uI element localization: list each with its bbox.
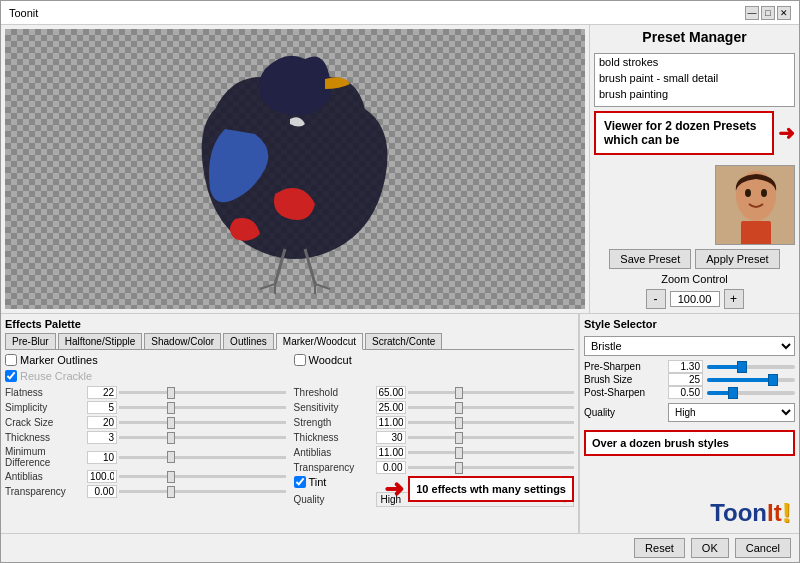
param-value-input[interactable]	[376, 401, 406, 414]
quality-select[interactable]: High Medium Low	[668, 403, 795, 422]
effects-tab-shadowcolor[interactable]: Shadow/Color	[144, 333, 221, 349]
preset-list-item[interactable]: chalk	[595, 102, 794, 107]
svg-line-5	[315, 284, 330, 289]
param-value-input[interactable]	[376, 431, 406, 444]
title-bar-left: Toonit	[9, 7, 38, 19]
zoom-control: Zoom Control	[594, 273, 795, 285]
woodcut-row: Woodcut	[294, 354, 575, 366]
preset-list[interactable]: bold strokesbrush paint - small detailbr…	[594, 53, 795, 107]
style-slider[interactable]	[707, 365, 795, 369]
woodcut-checkbox[interactable]	[294, 354, 306, 366]
preset-list-item[interactable]: brush painting	[595, 86, 794, 102]
param-slider[interactable]	[408, 391, 575, 394]
marker-outlines-checkbox[interactable]	[5, 354, 17, 366]
param-label: Sensitivity	[294, 402, 374, 413]
preset-buttons: Save Preset Apply Preset	[594, 249, 795, 269]
tint-checkbox[interactable]	[294, 476, 306, 488]
right-param-row: Antiblias	[294, 446, 575, 459]
marker-outlines-row: Marker Outlines	[5, 354, 286, 366]
zoom-plus-button[interactable]: +	[724, 289, 744, 309]
zoom-row: - +	[594, 289, 795, 309]
apply-preset-button[interactable]: Apply Preset	[695, 249, 779, 269]
cancel-button[interactable]: Cancel	[735, 538, 791, 558]
param-value-input[interactable]	[87, 470, 117, 483]
svg-point-9	[745, 189, 751, 197]
param-slider[interactable]	[408, 421, 575, 424]
param-slider[interactable]	[119, 406, 286, 409]
content-area: Preset Manager bold strokesbrush paint -…	[1, 25, 799, 313]
param-slider[interactable]	[408, 466, 575, 469]
preview-row: Viewer for 2 dozen Presets which can be …	[594, 111, 795, 159]
toonit-logo: ToonIt!	[710, 497, 791, 529]
param-slider[interactable]	[119, 475, 286, 478]
param-slider[interactable]	[408, 406, 575, 409]
param-slider[interactable]	[119, 490, 286, 493]
right-param-row: Sensitivity	[294, 401, 575, 414]
zoom-minus-button[interactable]: -	[646, 289, 666, 309]
param-slider[interactable]	[408, 451, 575, 454]
exclaim-text: !	[782, 497, 791, 529]
preset-list-item[interactable]: bold strokes	[595, 54, 794, 70]
param-value-input[interactable]	[376, 416, 406, 429]
effects-palette-title: Effects Palette	[5, 318, 574, 330]
preset-list-item[interactable]: brush paint - small detail	[595, 70, 794, 86]
effects-tab-scratchconte[interactable]: Scratch/Conte	[365, 333, 442, 349]
maximize-button[interactable]: □	[761, 6, 775, 20]
effects-tab-halftonestipple[interactable]: Halftone/Stipple	[58, 333, 143, 349]
minimize-button[interactable]: —	[745, 6, 759, 20]
style-dropdown[interactable]: Bristle	[584, 336, 795, 356]
style-param-value-input[interactable]	[668, 373, 703, 386]
style-param-value-input[interactable]	[668, 360, 703, 373]
close-button[interactable]: ✕	[777, 6, 791, 20]
effects-callout-row: ➜ 10 effects wth many settings	[384, 475, 574, 503]
param-slider[interactable]	[119, 456, 286, 459]
preset-manager-title: Preset Manager	[594, 29, 795, 45]
style-slider[interactable]	[707, 391, 795, 395]
style-param-row: Pre-Sharpen	[584, 360, 795, 373]
param-value-input[interactable]	[87, 416, 117, 429]
param-value-input[interactable]	[376, 386, 406, 399]
left-param-row: Antiblias	[5, 470, 286, 483]
bottom-buttons: Reset OK Cancel	[1, 533, 799, 562]
effects-tab-markerwoodcut[interactable]: Marker/Woodcut	[276, 333, 363, 350]
left-param-row: Minimum Difference	[5, 446, 286, 468]
param-value-input[interactable]	[376, 461, 406, 474]
reuse-crackle-row: Reuse Crackle	[5, 370, 286, 382]
reset-button[interactable]: Reset	[634, 538, 685, 558]
left-param-row: Transparency	[5, 485, 286, 498]
title-bar-controls: — □ ✕	[745, 6, 791, 20]
effects-tab-outlines[interactable]: Outlines	[223, 333, 274, 349]
style-slider[interactable]	[707, 378, 795, 382]
right-param-row: Thickness	[294, 431, 575, 444]
toon-text: Toon	[710, 499, 767, 527]
param-label: Transparency	[294, 462, 374, 473]
style-param-value-input[interactable]	[668, 386, 703, 399]
zoom-value-input[interactable]	[670, 291, 720, 307]
right-panel: Preset Manager bold strokesbrush paint -…	[589, 25, 799, 313]
left-param-row: Simplicity	[5, 401, 286, 414]
left-param-row: Thickness	[5, 431, 286, 444]
param-label: Transparency	[5, 486, 85, 497]
viewer-callout: Viewer for 2 dozen Presets which can be	[594, 111, 774, 155]
style-selector-panel: Style Selector Bristle Pre-Sharpen Brush…	[579, 314, 799, 533]
ok-button[interactable]: OK	[691, 538, 729, 558]
save-preset-button[interactable]: Save Preset	[609, 249, 691, 269]
param-slider[interactable]	[119, 391, 286, 394]
param-value-input[interactable]	[87, 451, 117, 464]
preset-preview	[715, 165, 795, 245]
effects-tab-preblur[interactable]: Pre-Blur	[5, 333, 56, 349]
param-value-input[interactable]	[87, 386, 117, 399]
param-value-input[interactable]	[87, 485, 117, 498]
param-value-input[interactable]	[87, 431, 117, 444]
param-value-input[interactable]	[376, 446, 406, 459]
param-slider[interactable]	[119, 421, 286, 424]
param-value-input[interactable]	[87, 401, 117, 414]
right-param-row: Transparency	[294, 461, 575, 474]
param-slider[interactable]	[119, 436, 286, 439]
param-label: Thickness	[5, 432, 85, 443]
param-label: Simplicity	[5, 402, 85, 413]
bottom-section: Effects Palette Pre-BlurHalftone/Stipple…	[1, 313, 799, 533]
quality-row: Quality High Medium Low	[584, 403, 795, 422]
param-slider[interactable]	[408, 436, 575, 439]
reuse-crackle-checkbox[interactable]	[5, 370, 17, 382]
